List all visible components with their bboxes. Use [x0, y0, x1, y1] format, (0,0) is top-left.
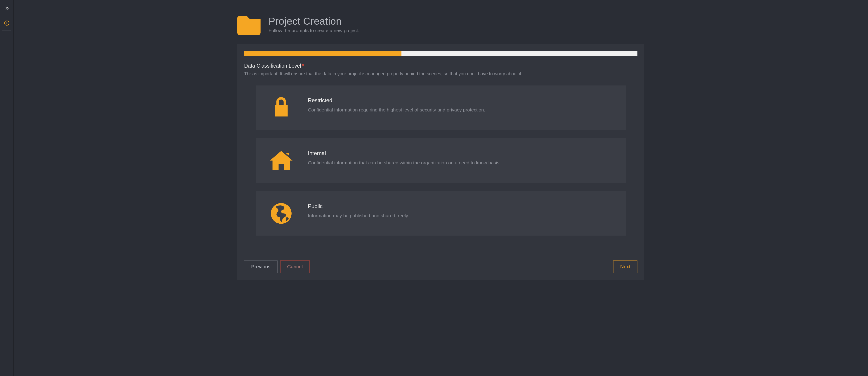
option-title: Public	[308, 203, 409, 209]
cancel-button[interactable]: Cancel	[280, 260, 310, 273]
required-indicator: *	[302, 63, 304, 69]
previous-button[interactable]: Previous	[244, 260, 278, 273]
globe-icon	[270, 202, 292, 225]
option-text: Public Information may be published and …	[308, 202, 409, 218]
wizard-footer: Previous Cancel Next	[244, 260, 638, 273]
option-description: Confidential information requiring the h…	[308, 107, 485, 113]
progress-bar	[244, 51, 638, 56]
sidebar	[0, 0, 13, 376]
page-title: Project Creation	[269, 15, 360, 27]
app-root: Project Creation Follow the prompts to c…	[0, 0, 868, 376]
home-icon	[270, 149, 292, 172]
content-wrapper: Project Creation Follow the prompts to c…	[237, 13, 644, 280]
footer-left: Previous Cancel	[244, 260, 310, 273]
option-text: Internal Confidential information that c…	[308, 149, 501, 165]
option-public[interactable]: Public Information may be published and …	[256, 191, 626, 236]
option-title: Internal	[308, 150, 501, 156]
section-title: Data Classification Level	[244, 63, 301, 69]
section-description: This is important! It will ensure that t…	[244, 71, 638, 76]
chevron-double-right-icon	[4, 6, 9, 12]
option-title: Restricted	[308, 97, 485, 103]
next-button[interactable]: Next	[613, 260, 638, 273]
option-restricted[interactable]: Restricted Confidential information requ…	[256, 86, 626, 130]
page-header: Project Creation Follow the prompts to c…	[237, 13, 644, 35]
footer-right: Next	[613, 260, 638, 273]
option-description: Information may be published and shared …	[308, 213, 409, 218]
main-area: Project Creation Follow the prompts to c…	[13, 0, 868, 376]
page-subtitle: Follow the prompts to create a new proje…	[269, 28, 360, 33]
folder-icon	[237, 13, 263, 35]
option-internal[interactable]: Internal Confidential information that c…	[256, 138, 626, 183]
option-text: Restricted Confidential information requ…	[308, 96, 485, 113]
lock-icon	[270, 96, 292, 119]
wizard-panel: Data Classification Level * This is impo…	[237, 44, 644, 280]
header-text: Project Creation Follow the prompts to c…	[269, 15, 360, 33]
section-header: Data Classification Level *	[244, 63, 638, 69]
sidebar-add-button[interactable]	[2, 17, 11, 31]
progress-fill	[244, 51, 401, 56]
options-list: Restricted Confidential information requ…	[244, 86, 638, 236]
option-description: Confidential information that can be sha…	[308, 160, 501, 165]
sidebar-expand-button[interactable]	[4, 4, 9, 17]
plus-circle-icon	[4, 21, 9, 27]
